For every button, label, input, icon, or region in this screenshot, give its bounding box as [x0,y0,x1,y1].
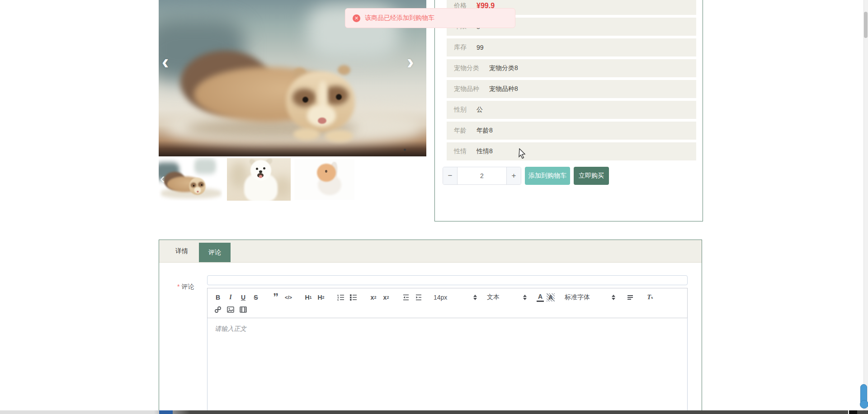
art-shape [259,175,262,178]
header-value: 文本 [487,293,500,301]
bold-icon[interactable]: B [213,292,223,303]
header-select[interactable]: 文本 [487,293,527,301]
art-shape [256,168,258,170]
show-desktop-icon[interactable] [848,410,857,414]
spec-row-temperament: 性情 性情8 [447,142,696,160]
h1-number: 1 [310,295,312,300]
spec-label: 库存 [454,43,467,52]
product-info-panel: 价格 ¥99.9 年限 8 库存 99 宠物分类 宠物分类8 宠物品种 宠物品种… [434,0,703,221]
clean-base: T [647,294,651,301]
add-to-cart-button[interactable]: 添加到购物车 [525,167,570,185]
quantity-increase-button[interactable]: + [507,167,521,184]
thumbnail-lop-rabbit[interactable] [294,159,354,200]
select-arrows-icon [523,295,527,300]
spec-label: 宠物品种 [454,85,479,93]
spec-value: 99 [476,44,484,51]
spec-value: 年龄8 [476,127,493,135]
sup-base: x [383,294,387,301]
art-shape [197,191,199,193]
art-shape [201,184,203,186]
comment-input-strip[interactable] [207,275,688,285]
spec-row-category: 宠物分类 宠物分类8 [447,59,696,77]
clear-format-icon[interactable]: Tx [645,292,655,303]
scroll-handle-knob[interactable] [860,400,868,409]
spec-value: 公 [476,106,483,114]
spec-row-stock: 库存 99 [447,38,696,56]
art-shape [194,159,216,174]
tab-detail[interactable]: 详情 [170,240,193,262]
toolbar-row-1: B I U S ” </> H1 H2 x2 x2 [213,292,682,303]
h-letter: H [305,294,309,301]
thumbnail-prev-icon[interactable]: ‹ [160,169,165,187]
indent-icon[interactable] [414,292,424,303]
spec-label: 宠物分类 [454,64,479,72]
spec-value: 宠物品种8 [489,85,518,93]
detail-comment-section: 详情 评论 *评论 B I U S ” </> H1 H2 x2 [159,240,702,414]
link-icon[interactable] [213,304,223,315]
taskbar-app-icon[interactable] [159,410,173,414]
art-shape [317,164,336,182]
quantity-input[interactable] [457,167,507,184]
quantity-stepper: − + [443,167,521,185]
image-icon[interactable] [226,304,236,315]
select-arrows-icon [612,295,615,300]
select-arrows-icon [473,295,477,300]
font-size-select[interactable]: 14px [434,294,477,301]
art-shape [325,130,353,142]
background-color-icon[interactable]: A [547,293,555,301]
tab-bar: 详情 评论 [159,240,702,263]
thumbnail-ferret[interactable] [159,157,222,201]
thumbnail-samoyed-dog[interactable] [227,158,291,201]
error-icon: ✕ [353,14,360,22]
clean-x: x [651,295,653,300]
italic-icon[interactable]: I [226,292,236,303]
art-shape [263,167,265,169]
blockquote-icon[interactable]: ” [271,292,281,303]
align-icon[interactable] [625,292,635,303]
font-family-value: 标准字体 [565,293,590,301]
spec-label: 性别 [454,106,467,114]
scrollbar-track[interactable] [863,0,868,414]
editor-content-area[interactable]: 请输入正文 [207,318,688,414]
header-1-icon[interactable]: H1 [303,292,313,303]
subscript-icon[interactable]: x2 [368,292,378,303]
art-shape [293,128,320,140]
carousel-next-icon[interactable]: › [407,52,414,71]
superscript-icon[interactable]: x2 [381,292,391,303]
outdent-icon[interactable] [401,292,411,303]
font-family-select[interactable]: 标准字体 [565,293,615,301]
text-color-icon[interactable]: A [537,292,544,302]
strikethrough-icon[interactable]: S [251,292,261,303]
sub-number: 2 [374,295,376,300]
spec-value: 宠物分类8 [489,64,518,72]
art-shape [302,97,308,103]
header-2-icon[interactable]: H2 [316,292,326,303]
buy-now-button[interactable]: 立即购买 [574,167,609,185]
art-shape [404,149,406,151]
comment-field-label: *评论 [177,283,194,291]
ordered-list-icon[interactable] [336,292,346,303]
tab-comment[interactable]: 评论 [199,243,231,262]
toolbar-row-2 [213,304,682,315]
art-shape [336,94,342,100]
comment-label-text: 评论 [181,283,194,290]
carousel-prev-icon[interactable]: ‹ [162,52,169,71]
toast-text: 该商品已经添加到购物车 [365,14,434,22]
spec-row-age: 年龄 年龄8 [447,122,696,140]
h2-number: 2 [322,295,325,300]
underline-icon[interactable]: U [238,292,248,303]
spec-row-gender: 性别 公 [447,101,696,119]
spec-label: 年龄 [454,127,467,135]
scroll-handle-widget[interactable] [860,384,867,405]
required-mark: * [177,283,179,290]
spec-row-breed: 宠物品种 宠物品种8 [447,80,696,98]
bullet-list-icon[interactable] [349,292,359,303]
video-icon[interactable] [238,304,248,315]
code-block-icon[interactable]: </> [283,292,293,303]
font-size-value: 14px [434,294,447,301]
scrollbar-thumb[interactable] [864,12,868,38]
quantity-decrease-button[interactable]: − [443,167,457,184]
toast-message: ✕ 该商品已经添加到购物车 [345,8,515,28]
h-letter: H [317,294,322,301]
editor-placeholder: 请输入正文 [215,325,246,332]
